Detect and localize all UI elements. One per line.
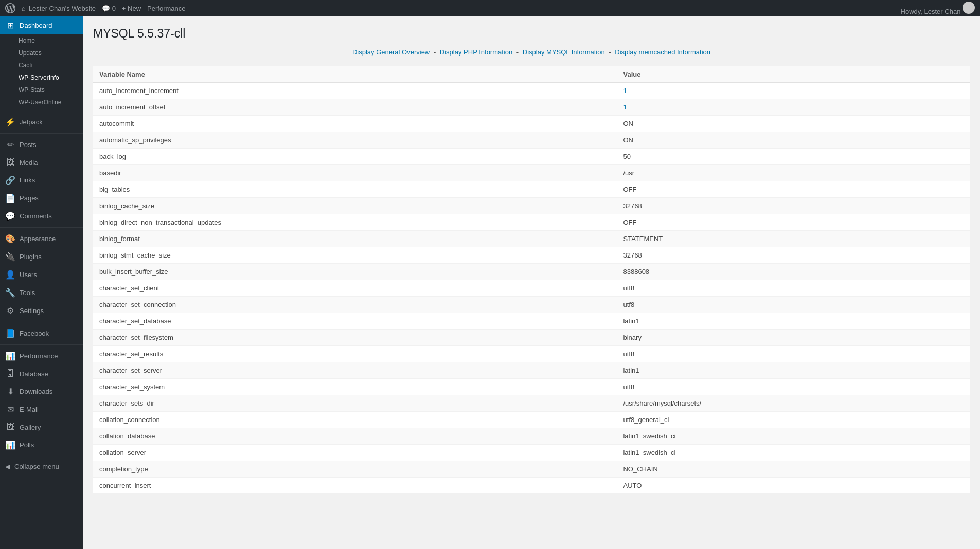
variable-value: AUTO: [617, 478, 970, 494]
nav-link-general[interactable]: Display General Overview: [352, 48, 430, 56]
table-row: character_set_systemutf8: [93, 379, 970, 395]
table-row: bulk_insert_buffer_size8388608: [93, 264, 970, 280]
comments-count[interactable]: 💬 0: [102, 5, 116, 12]
variable-value: 32768: [617, 198, 970, 214]
email-icon: ✉: [5, 405, 15, 414]
table-row: collation_databaselatin1_swedish_ci: [93, 428, 970, 445]
sidebar-item-plugins[interactable]: 🔌 Plugins: [0, 248, 83, 266]
variable-name: collation_connection: [93, 412, 617, 428]
howdy-text[interactable]: Howdy, Lester Chan: [901, 2, 975, 15]
main-content: MYSQL 5.5.37-cll Display General Overvie…: [83, 16, 980, 549]
sidebar-item-dashboard[interactable]: ⊞ Dashboard: [0, 16, 83, 34]
jetpack-icon: ⚡: [5, 117, 15, 127]
table-row: character_sets_dir/usr/share/mysql/chars…: [93, 395, 970, 412]
plugins-icon: 🔌: [5, 252, 15, 262]
sidebar-item-users[interactable]: 👤 Users: [0, 266, 83, 284]
menu-separator-5: [0, 344, 83, 345]
sidebar-item-home[interactable]: Home: [0, 34, 83, 47]
sidebar-item-pages[interactable]: 📄 Pages: [0, 189, 83, 207]
variable-value: 50: [617, 149, 970, 165]
sidebar-item-posts[interactable]: ✏ Posts: [0, 136, 83, 154]
variable-name: collation_server: [93, 445, 617, 461]
variable-value: OFF: [617, 181, 970, 198]
appearance-icon: 🎨: [5, 234, 15, 244]
sidebar-item-performance[interactable]: 📊 Performance: [0, 347, 83, 365]
variable-value: /usr: [617, 165, 970, 181]
variable-value: utf8_general_ci: [617, 412, 970, 428]
sidebar-item-tools[interactable]: 🔧 Tools: [0, 284, 83, 302]
home-icon: ⌂: [22, 5, 26, 12]
table-row: completion_typeNO_CHAIN: [93, 461, 970, 478]
variable-name: binlog_direct_non_transactional_updates: [93, 214, 617, 231]
variable-name: back_log: [93, 149, 617, 165]
variable-value: /usr/share/mysql/charsets/: [617, 395, 970, 412]
sidebar-item-facebook[interactable]: 📘 Facebook: [0, 324, 83, 342]
links-icon: 🔗: [5, 175, 15, 185]
variable-name: automatic_sp_privileges: [93, 132, 617, 149]
new-item[interactable]: + New: [122, 5, 141, 12]
nav-link-memcached[interactable]: Display memcached Information: [615, 48, 710, 56]
sidebar-item-media[interactable]: 🖼 Media: [0, 154, 83, 171]
users-icon: 👤: [5, 270, 15, 280]
comments-icon: 💬: [5, 211, 15, 221]
sidebar-item-gallery[interactable]: 🖼 Gallery: [0, 418, 83, 436]
table-row: character_set_serverlatin1: [93, 362, 970, 379]
variable-name: binlog_cache_size: [93, 198, 617, 214]
table-row: binlog_direct_non_transactional_updatesO…: [93, 214, 970, 231]
table-row: concurrent_insertAUTO: [93, 478, 970, 494]
sidebar-item-wp-stats[interactable]: WP-Stats: [0, 84, 83, 96]
sidebar-item-wp-useronline[interactable]: WP-UserOnline: [0, 96, 83, 108]
sidebar-item-settings[interactable]: ⚙ Settings: [0, 302, 83, 320]
wp-wrap: ⊞ Dashboard Home Updates Cacti WP-Server…: [0, 0, 980, 549]
table-row: character_set_resultsutf8: [93, 346, 970, 362]
nav-link-php[interactable]: Display PHP Information: [440, 48, 512, 56]
wp-logo[interactable]: [5, 3, 15, 13]
variable-name: character_set_server: [93, 362, 617, 379]
sidebar-item-appearance[interactable]: 🎨 Appearance: [0, 230, 83, 248]
variable-name: basedir: [93, 165, 617, 181]
table-row: auto_increment_increment1: [93, 83, 970, 99]
variable-value: 8388608: [617, 264, 970, 280]
variable-name: collation_database: [93, 428, 617, 445]
sidebar-item-database[interactable]: 🗄 Database: [0, 365, 83, 382]
tools-icon: 🔧: [5, 288, 15, 298]
table-row: basedir/usr: [93, 165, 970, 181]
variable-value[interactable]: 1: [617, 83, 970, 99]
variable-name: binlog_format: [93, 231, 617, 247]
sidebar-item-cacti[interactable]: Cacti: [0, 59, 83, 71]
facebook-icon: 📘: [5, 328, 15, 338]
variable-value: STATEMENT: [617, 231, 970, 247]
admin-sidebar: ⊞ Dashboard Home Updates Cacti WP-Server…: [0, 16, 83, 549]
menu-separator-1: [0, 111, 83, 111]
page-title: MYSQL 5.5.37-cll: [93, 27, 970, 41]
collapse-menu-button[interactable]: ◀ Collapse menu: [0, 459, 83, 474]
nav-link-mysql[interactable]: Display MYSQL Information: [523, 48, 605, 56]
sidebar-item-comments[interactable]: 💬 Comments: [0, 207, 83, 225]
variable-value[interactable]: 1: [617, 99, 970, 116]
posts-icon: ✏: [5, 140, 15, 150]
variable-name: character_set_results: [93, 346, 617, 362]
variable-value-link[interactable]: 1: [623, 87, 627, 95]
sidebar-item-polls[interactable]: 📊 Polls: [0, 436, 83, 454]
variable-value: binary: [617, 330, 970, 346]
sidebar-item-email[interactable]: ✉ E-Mail: [0, 400, 83, 418]
variable-name: character_sets_dir: [93, 395, 617, 412]
table-row: binlog_cache_size32768: [93, 198, 970, 214]
table-row: back_log50: [93, 149, 970, 165]
variable-value: NO_CHAIN: [617, 461, 970, 478]
performance-item[interactable]: Performance: [147, 5, 185, 12]
site-name[interactable]: ⌂ Lester Chan's Website: [22, 5, 96, 12]
variable-value: latin1_swedish_ci: [617, 445, 970, 461]
sidebar-item-links[interactable]: 🔗 Links: [0, 171, 83, 189]
gallery-icon: 🖼: [5, 423, 15, 432]
sidebar-item-updates[interactable]: Updates: [0, 47, 83, 59]
sidebar-item-jetpack[interactable]: ⚡ Jetpack: [0, 113, 83, 131]
content-wrap: MYSQL 5.5.37-cll Display General Overvie…: [83, 16, 980, 504]
variable-value: utf8: [617, 346, 970, 362]
sidebar-item-wp-serverinfo[interactable]: WP-ServerInfo: [0, 71, 83, 84]
media-icon: 🖼: [5, 158, 15, 167]
sidebar-item-downloads[interactable]: ⬇ Downloads: [0, 382, 83, 400]
settings-icon: ⚙: [5, 306, 15, 316]
variable-value-link[interactable]: 1: [623, 103, 627, 111]
variable-name: character_set_database: [93, 313, 617, 330]
